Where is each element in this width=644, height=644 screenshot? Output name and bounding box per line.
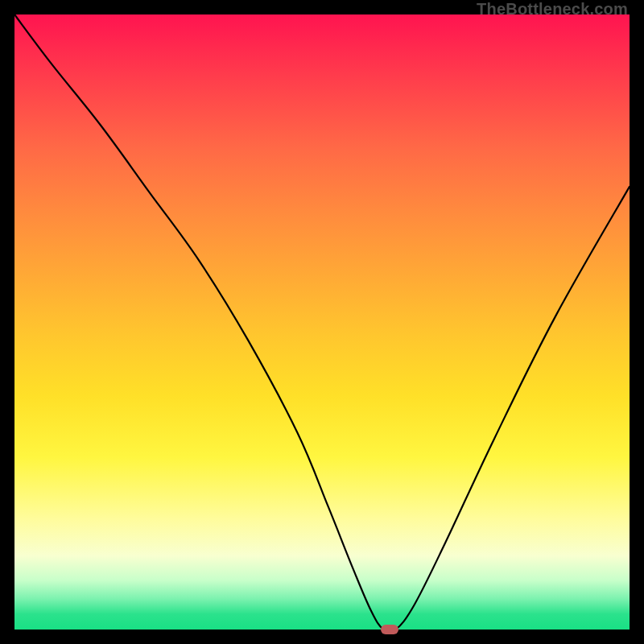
plot-area: [14, 14, 630, 630]
chart-frame: TheBottleneck.com: [0, 0, 644, 644]
optimum-marker: [381, 625, 398, 634]
bottleneck-curve: [14, 14, 630, 630]
